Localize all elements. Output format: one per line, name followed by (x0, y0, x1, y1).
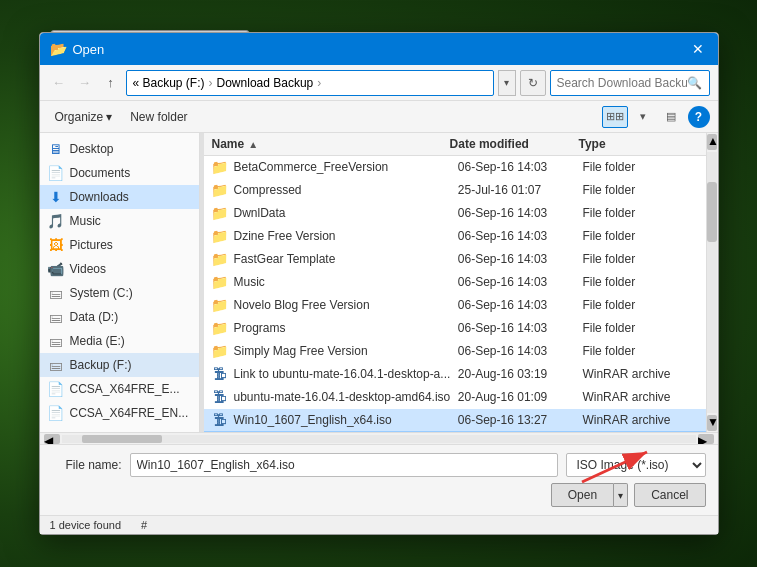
file-date-4: 06-Sep-16 14:03 (458, 252, 583, 266)
file-row-2[interactable]: 📁 DwnlData 06-Sep-16 14:03 File folder (204, 202, 706, 225)
scroll-up[interactable]: ▲ (707, 134, 717, 150)
sidebar-item-videos[interactable]: 📹 Videos (40, 257, 199, 281)
filename-input[interactable] (130, 453, 558, 477)
file-date-11: 06-Sep-16 13:27 (458, 413, 583, 427)
dialog-close-button[interactable]: ✕ (688, 39, 708, 59)
path-part-download[interactable]: Download Backup (217, 76, 314, 90)
address-dropdown-button[interactable]: ▾ (498, 70, 516, 96)
new-folder-button[interactable]: New folder (123, 107, 194, 127)
sidebar-label-drive-f: Backup (F:) (70, 358, 132, 372)
sidebar: 🖥 Desktop 📄 Documents ⬇ Downloads 🎵 Musi… (40, 133, 200, 432)
hscroll-right[interactable]: ▶ (698, 434, 714, 444)
filetype-select[interactable]: ISO Image (*.iso) All Files (*.*) (566, 453, 706, 477)
nav-back-button[interactable]: ← (48, 72, 70, 94)
sidebar-label-documents: Documents (70, 166, 131, 180)
file-row-11[interactable]: 🗜 Win10_1607_English_x64.iso 06-Sep-16 1… (204, 409, 706, 432)
file-name-3: Dzine Free Version (234, 229, 458, 243)
open-button[interactable]: Open (551, 483, 614, 507)
horizontal-scrollbar[interactable]: ◀ ▶ (40, 432, 718, 444)
sidebar-item-file2[interactable]: 📄 CCSA_X64FRE_EN... (40, 401, 199, 425)
drive-f-icon: 🖴 (48, 357, 64, 373)
desktop-icon: 🖥 (48, 141, 64, 157)
file-row-3[interactable]: 📁 Dzine Free Version 06-Sep-16 14:03 Fil… (204, 225, 706, 248)
file-list-header: Name ▲ Date modified Type (204, 133, 706, 156)
folder-icon-4: 📁 (212, 251, 228, 267)
sidebar-item-pictures[interactable]: 🖼 Pictures (40, 233, 199, 257)
hscroll-thumb[interactable] (82, 435, 162, 443)
drive-c-icon: 🖴 (48, 285, 64, 301)
sidebar-item-file1[interactable]: 📄 CCSA_X64FRE_E... (40, 377, 199, 401)
file-date-1: 25-Jul-16 01:07 (458, 183, 583, 197)
col-header-name[interactable]: Name ▲ (212, 137, 450, 151)
rar-icon-9: 🗜 (212, 366, 228, 382)
file-name-0: BetaCommerce_FreeVersion (234, 160, 458, 174)
organize-button[interactable]: Organize ▾ (48, 107, 120, 127)
refresh-button[interactable]: ↻ (520, 70, 546, 96)
file-name-6: Novelo Blog Free Version (234, 298, 458, 312)
dialog-titlebar: 📂 Open ✕ (40, 33, 718, 65)
sidebar-label-desktop: Desktop (70, 142, 114, 156)
file-date-0: 06-Sep-16 14:03 (458, 160, 583, 174)
sidebar-item-drive-e[interactable]: 🖴 Media (E:) (40, 329, 199, 353)
search-box: 🔍 (550, 70, 710, 96)
organize-label: Organize (55, 110, 104, 124)
sidebar-label-pictures: Pictures (70, 238, 113, 252)
file-date-7: 06-Sep-16 14:03 (458, 321, 583, 335)
file-name-4: FastGear Template (234, 252, 458, 266)
folder-icon-0: 📁 (212, 159, 228, 175)
folder-icon-5: 📁 (212, 274, 228, 290)
file-type-7: File folder (582, 321, 697, 335)
new-folder-label: New folder (130, 110, 187, 124)
file-row-8[interactable]: 📁 Simply Mag Free Version 06-Sep-16 14:0… (204, 340, 706, 363)
cancel-button[interactable]: Cancel (634, 483, 705, 507)
file-date-10: 20-Aug-16 01:09 (458, 390, 583, 404)
scrollbar[interactable]: ▲ ▼ (706, 133, 718, 432)
help-button[interactable]: ? (688, 106, 710, 128)
file-row-10[interactable]: 🗜 ubuntu-mate-16.04.1-desktop-amd64.iso … (204, 386, 706, 409)
folder-icon-8: 📁 (212, 343, 228, 359)
open-button-group: Open ▾ (551, 483, 628, 507)
file-row-4[interactable]: 📁 FastGear Template 06-Sep-16 14:03 File… (204, 248, 706, 271)
col-header-date[interactable]: Date modified (450, 137, 579, 151)
sidebar-item-downloads[interactable]: ⬇ Downloads (40, 185, 199, 209)
file-row-5[interactable]: 📁 Music 06-Sep-16 14:03 File folder (204, 271, 706, 294)
sidebar-label-drive-c: System (C:) (70, 286, 133, 300)
view-preview-button[interactable]: ▤ (658, 106, 684, 128)
sidebar-item-documents[interactable]: 📄 Documents (40, 161, 199, 185)
scroll-down[interactable]: ▼ (707, 415, 717, 431)
search-input[interactable] (557, 76, 687, 90)
file-type-10: WinRAR archive (582, 390, 697, 404)
sidebar-item-drive-d[interactable]: 🖴 Data (D:) (40, 305, 199, 329)
nav-up-button[interactable]: ↑ (100, 72, 122, 94)
dialog-title-icon: 📂 (50, 41, 67, 57)
sidebar-label-downloads: Downloads (70, 190, 129, 204)
address-path[interactable]: « Backup (F:) › Download Backup › (126, 70, 494, 96)
sidebar-label-drive-d: Data (D:) (70, 310, 119, 324)
file-row-0[interactable]: 📁 BetaCommerce_FreeVersion 06-Sep-16 14:… (204, 156, 706, 179)
sidebar-item-desktop[interactable]: 🖥 Desktop (40, 137, 199, 161)
file-type-4: File folder (582, 252, 697, 266)
file-name-10: ubuntu-mate-16.04.1-desktop-amd64.iso (234, 390, 458, 404)
view-dropdown-button[interactable]: ▾ (630, 106, 656, 128)
file-row-6[interactable]: 📁 Novelo Blog Free Version 06-Sep-16 14:… (204, 294, 706, 317)
col-header-type[interactable]: Type (578, 137, 697, 151)
nav-forward-button[interactable]: → (74, 72, 96, 94)
file1-icon: 📄 (48, 381, 64, 397)
pictures-icon: 🖼 (48, 237, 64, 253)
file-row-1[interactable]: 📁 Compressed 25-Jul-16 01:07 File folder (204, 179, 706, 202)
hscroll-left[interactable]: ◀ (44, 434, 60, 444)
path-separator-2: › (317, 76, 321, 90)
sidebar-item-drive-c[interactable]: 🖴 System (C:) (40, 281, 199, 305)
sidebar-item-music[interactable]: 🎵 Music (40, 209, 199, 233)
file-date-2: 06-Sep-16 14:03 (458, 206, 583, 220)
sidebar-item-drive-f[interactable]: 🖴 Backup (F:) (40, 353, 199, 377)
file-row-7[interactable]: 📁 Programs 06-Sep-16 14:03 File folder (204, 317, 706, 340)
sort-arrow: ▲ (248, 139, 258, 150)
scroll-thumb[interactable] (707, 182, 717, 242)
path-part-backup[interactable]: « Backup (F:) (133, 76, 205, 90)
open-dropdown-button[interactable]: ▾ (614, 483, 628, 507)
sidebar-label-videos: Videos (70, 262, 106, 276)
file-row-9[interactable]: 🗜 Link to ubuntu-mate-16.04.1-desktop-a.… (204, 363, 706, 386)
scroll-track[interactable] (707, 152, 717, 413)
view-details-button[interactable]: ⊞⊞ (602, 106, 628, 128)
